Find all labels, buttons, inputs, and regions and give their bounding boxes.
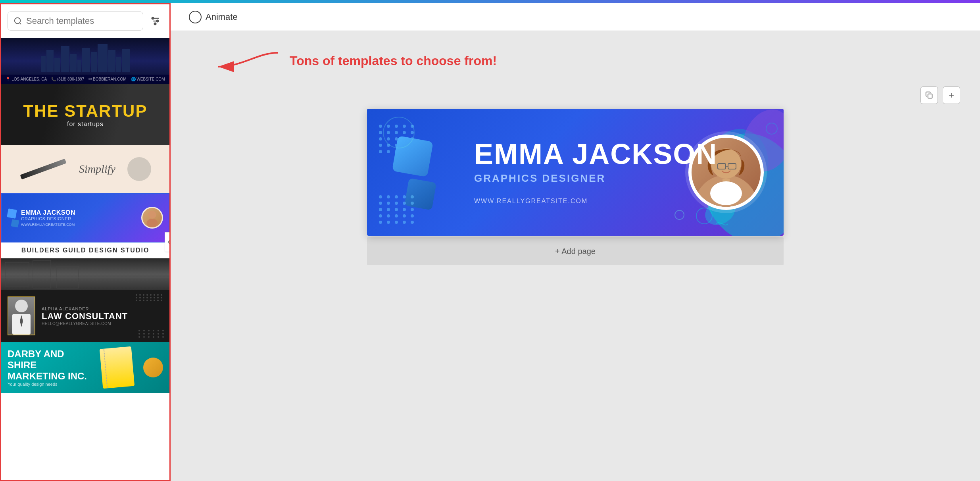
city-skyline <box>1 48 169 72</box>
pen-decoration <box>20 159 67 179</box>
darby-info: DARBY AND SHIRE MARKETING INC. Your qual… <box>8 348 95 387</box>
template-item-simplify[interactable]: Simplify <box>1 145 169 193</box>
add-page-text: + Add page <box>555 247 596 256</box>
darby-notebook-decoration <box>100 346 135 389</box>
svg-point-0 <box>15 18 21 24</box>
main-content: Animate Tons of templates to choose from… <box>171 3 980 481</box>
banner-role: GRAPHICS DESIGNER <box>474 172 764 185</box>
canvas-controls <box>920 87 960 104</box>
emma-info: EMMA JACKSON GRAPHICS DESIGNER WWW.REALL… <box>21 209 136 227</box>
sidebar-collapse-handle[interactable] <box>165 232 171 252</box>
template-item-emma-jackson[interactable]: EMMA JACKSON GRAPHICS DESIGNER WWW.REALL… <box>1 193 169 242</box>
template-item-law-consultant[interactable]: ALPHA ALEXANDER LAW CONSULTANT HELLO@REA… <box>1 290 169 342</box>
search-input[interactable] <box>26 16 137 26</box>
banner-name: EMMA JACKSON <box>474 140 764 168</box>
add-page-bar[interactable]: + Add page <box>367 237 784 265</box>
search-input-wrapper[interactable] <box>8 12 143 31</box>
canvas-area: Tons of templates to choose from! <box>171 31 980 481</box>
city-location: 📍 LOS ANGELES, CA <box>6 77 47 81</box>
darby-circle-decoration <box>143 358 163 377</box>
city-email: ✉ BOBBIERAN.COM <box>88 77 126 81</box>
app-container: 📍 LOS ANGELES, CA 📞 (818) 800-1897 ✉ BOB… <box>0 3 980 481</box>
svg-point-6 <box>157 20 159 22</box>
svg-point-9 <box>147 219 158 227</box>
city-info-bar: 📍 LOS ANGELES, CA 📞 (818) 800-1897 ✉ BOB… <box>1 75 169 84</box>
svg-line-1 <box>19 23 21 24</box>
sidebar: 📍 LOS ANGELES, CA 📞 (818) 800-1897 ✉ BOB… <box>0 3 171 481</box>
copy-page-button[interactable] <box>920 87 938 104</box>
svg-point-8 <box>148 211 156 219</box>
svg-rect-11 <box>33 260 51 288</box>
builders-title: BUILDERS GUILD DESIGN STUDIO <box>21 247 150 254</box>
simplify-text: Simplify <box>79 163 115 175</box>
animate-button[interactable]: Animate <box>183 8 244 27</box>
emma-logo-decoration <box>8 209 16 226</box>
animate-label: Animate <box>206 12 238 22</box>
emma-url-small: WWW.REALLYGREATSITE.COM <box>21 223 136 227</box>
template-item-startup[interactable]: THE STARTUP for startups <box>1 84 169 145</box>
svg-rect-10 <box>5 262 29 286</box>
annotation-arrow <box>210 47 282 75</box>
search-bar <box>1 4 169 38</box>
banner-divider <box>474 191 553 192</box>
animate-icon <box>189 11 202 23</box>
banner-url: WWW.REALLYGREATSITE.COM <box>474 198 764 205</box>
city-phone: 📞 (818) 800-1897 <box>51 77 84 81</box>
emma-avatar-small <box>141 207 163 229</box>
startup-title: THE STARTUP <box>23 102 148 121</box>
svg-point-5 <box>152 17 154 19</box>
search-icon <box>13 17 22 25</box>
city-website: 🌐 WEBSITE.COM <box>131 77 165 81</box>
circle-decoration <box>127 157 151 181</box>
dots-right-decoration <box>138 330 165 338</box>
top-bar <box>0 0 980 3</box>
small-circle-deco <box>674 210 684 220</box>
emma-role-small: GRAPHICS DESIGNER <box>21 216 136 221</box>
law-person-name: ALPHA ALEXANDER <box>42 306 163 311</box>
main-banner[interactable]: EMMA JACKSON GRAPHICS DESIGNER WWW.REALL… <box>367 109 784 236</box>
svg-rect-18 <box>928 94 932 98</box>
law-title: LAW CONSULTANT <box>42 311 163 321</box>
law-info: ALPHA ALEXANDER LAW CONSULTANT HELLO@REA… <box>42 306 163 326</box>
law-contact: HELLO@REALLYGREATSITE.COM <box>42 321 163 326</box>
template-item-city-night[interactable]: 📍 LOS ANGELES, CA 📞 (818) 800-1897 ✉ BOB… <box>1 38 169 84</box>
annotation: Tons of templates to choose from! <box>210 47 497 75</box>
templates-list: 📍 LOS ANGELES, CA 📞 (818) 800-1897 ✉ BOB… <box>1 38 169 480</box>
annotation-text: Tons of templates to choose from! <box>290 54 497 68</box>
svg-point-7 <box>154 23 156 25</box>
law-person-image <box>8 296 35 335</box>
header: Animate <box>171 3 980 31</box>
builders-image <box>1 258 169 290</box>
banner-text-content: EMMA JACKSON GRAPHICS DESIGNER WWW.REALL… <box>387 140 764 205</box>
template-item-darby-shire[interactable]: DARBY AND SHIRE MARKETING INC. Your qual… <box>1 342 169 393</box>
startup-subtitle: for startups <box>67 121 104 128</box>
darby-subtitle: MARKETING INC. <box>8 371 95 382</box>
darby-title: DARBY AND SHIRE <box>8 348 95 371</box>
darby-tagline: Your quality design needs <box>8 382 95 387</box>
dot-grid-decoration <box>136 294 163 301</box>
svg-point-14 <box>15 300 28 312</box>
add-page-button-top[interactable] <box>943 87 960 104</box>
builders-top: BUILDERS GUILD DESIGN STUDIO <box>1 242 169 258</box>
filter-icon[interactable] <box>147 13 163 29</box>
emma-name-small: EMMA JACKSON <box>21 209 136 216</box>
template-item-builders-guild[interactable]: BUILDERS GUILD DESIGN STUDIO <box>1 242 169 290</box>
